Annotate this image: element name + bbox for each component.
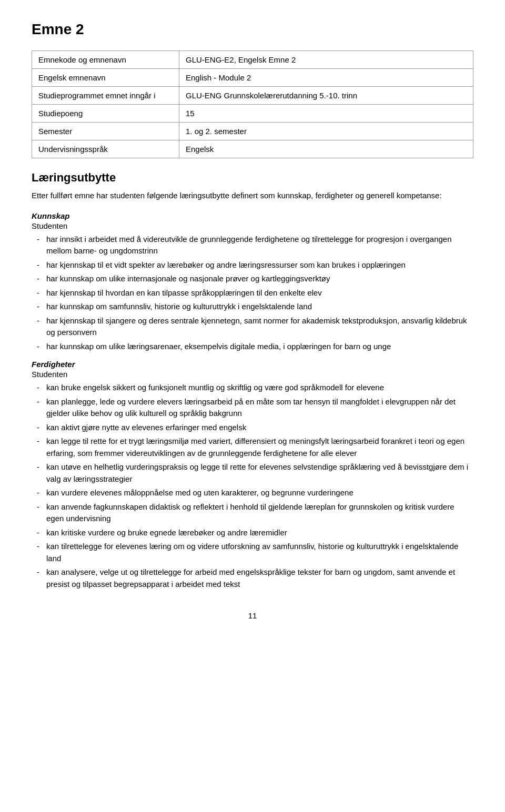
list-item: har kunnskap om ulike internasjonale og …: [32, 273, 473, 285]
table-row: Engelsk emnenavnEnglish - Module 2: [32, 69, 473, 87]
kunnskap-studenten-label: Studenten: [32, 221, 473, 230]
table-value: GLU-ENG Grunnskolelærerutdanning 5.-10. …: [179, 87, 473, 105]
list-item: kan aktivt gjøre nytte av elevenes erfar…: [32, 422, 473, 434]
table-value: GLU-ENG-E2, Engelsk Emne 2: [179, 51, 473, 69]
ferdigheter-section: Ferdigheter Studenten kan bruke engelsk …: [32, 360, 473, 590]
ferdigheter-list: kan bruke engelsk sikkert og funksjonelt…: [32, 382, 473, 590]
list-item: kan tilrettelegge for elevenes læring om…: [32, 541, 473, 564]
list-item: kan anvende fagkunnskapen didaktisk og r…: [32, 501, 473, 525]
list-item: kan vurdere elevenes måloppnåelse med og…: [32, 487, 473, 499]
list-item: har kunnskap om ulike læringsarenaer, ek…: [32, 341, 473, 353]
list-item: kan utøve en helhetlig vurderingspraksis…: [32, 461, 473, 485]
info-table: Emnekode og emnenavnGLU-ENG-E2, Engelsk …: [32, 50, 473, 158]
list-item: kan analysere, velge ut og tilrettelegge…: [32, 566, 473, 590]
table-label: Emnekode og emnenavn: [32, 51, 179, 69]
list-item: har kjennskap til sjangere og deres sent…: [32, 315, 473, 339]
kunnskap-title: Kunnskap: [32, 211, 473, 220]
page-number: 11: [32, 611, 473, 620]
list-item: kan legge til rette for et trygt lærings…: [32, 435, 473, 459]
table-value: 1. og 2. semester: [179, 123, 473, 140]
table-row: Semester1. og 2. semester: [32, 123, 473, 140]
list-item: har kunnskap om samfunnsliv, historie og…: [32, 301, 473, 313]
list-item: kan bruke engelsk sikkert og funksjonelt…: [32, 382, 473, 394]
learning-outcomes-intro: Etter fullført emne har studenten følgen…: [32, 190, 473, 202]
table-row: Studiepoeng15: [32, 105, 473, 123]
kunnskap-list: har innsikt i arbeidet med å videreutvik…: [32, 234, 473, 353]
list-item: kan planlegge, lede og vurdere elevers l…: [32, 396, 473, 420]
table-label: Undervisningsspråk: [32, 140, 179, 158]
table-label: Studieprogrammet emnet inngår i: [32, 87, 179, 105]
table-label: Engelsk emnenavn: [32, 69, 179, 87]
table-label: Studiepoeng: [32, 105, 179, 123]
ferdigheter-studenten-label: Studenten: [32, 370, 473, 379]
table-label: Semester: [32, 123, 179, 140]
table-value: Engelsk: [179, 140, 473, 158]
table-row: Studieprogrammet emnet inngår iGLU-ENG G…: [32, 87, 473, 105]
table-value: English - Module 2: [179, 69, 473, 87]
list-item: har kjennskap til et vidt spekter av lær…: [32, 259, 473, 271]
list-item: har innsikt i arbeidet med å videreutvik…: [32, 234, 473, 257]
ferdigheter-title: Ferdigheter: [32, 360, 473, 369]
list-item: kan kritiske vurdere og bruke egnede lær…: [32, 527, 473, 539]
page-title: Emne 2: [32, 21, 473, 38]
table-row: Emnekode og emnenavnGLU-ENG-E2, Engelsk …: [32, 51, 473, 69]
list-item: har kjennskap til hvordan en kan tilpass…: [32, 287, 473, 299]
table-row: UndervisningsspråkEngelsk: [32, 140, 473, 158]
table-value: 15: [179, 105, 473, 123]
kunnskap-section: Kunnskap Studenten har innsikt i arbeide…: [32, 211, 473, 353]
learning-outcomes-title: Læringsutbytte: [32, 171, 473, 185]
